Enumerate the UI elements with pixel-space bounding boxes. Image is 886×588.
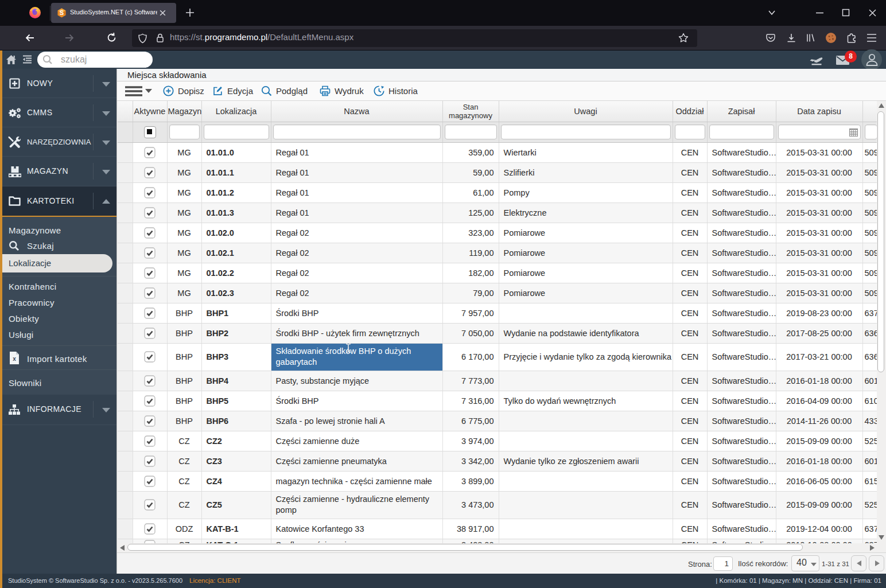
svg-text:S: S — [60, 9, 64, 16]
svg-text:x: x — [13, 356, 16, 362]
